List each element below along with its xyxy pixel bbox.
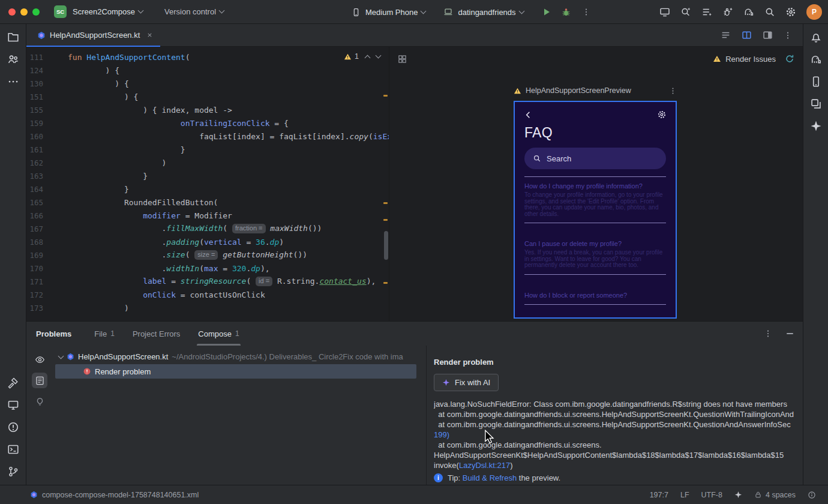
preview-options-kebab-icon[interactable]: [669, 87, 677, 95]
device-mirror-icon[interactable]: [659, 7, 670, 17]
more-tool-windows-icon[interactable]: [7, 76, 19, 88]
preview-device-frame[interactable]: FAQ Search How do I change my profile in…: [514, 101, 677, 319]
warning-stripe-mark[interactable]: [383, 282, 388, 284]
design-view-icon[interactable]: [763, 30, 773, 40]
line-separator[interactable]: LF: [680, 491, 689, 499]
ai-status-sparkle-icon[interactable]: [734, 491, 742, 499]
line-number[interactable]: 169: [26, 251, 43, 260]
file-encoding[interactable]: UTF-8: [701, 491, 722, 499]
render-issues-widget[interactable]: Render Issues: [713, 54, 794, 64]
code-line[interactable]: 162): [26, 156, 389, 169]
line-number[interactable]: 159: [26, 119, 43, 128]
line-number[interactable]: 165: [26, 198, 43, 207]
status-info-icon[interactable]: [808, 491, 816, 499]
project-selector[interactable]: Screen2Compose: [73, 7, 143, 16]
line-number[interactable]: 151: [26, 92, 43, 101]
maximize-window-button[interactable]: [32, 8, 40, 16]
settings-gear-icon[interactable]: [785, 7, 796, 17]
version-control-icon[interactable]: [7, 466, 19, 478]
build-icon[interactable]: [7, 377, 19, 389]
line-number[interactable]: 124: [26, 66, 43, 75]
warnings-indicator[interactable]: 1: [344, 52, 359, 61]
line-number[interactable]: 161: [26, 145, 43, 154]
quickfix-bulb-icon[interactable]: [32, 394, 47, 409]
ai-bug-icon[interactable]: [722, 7, 733, 17]
build-refresh-link[interactable]: Build & Refresh: [463, 473, 517, 482]
code-line[interactable]: 173): [26, 301, 389, 314]
debug-button[interactable]: [561, 7, 571, 17]
code-line[interactable]: 160faqList[index] = faqList[index].copy(…: [26, 130, 389, 143]
minimize-window-button[interactable]: [20, 8, 28, 16]
gradle-sync-icon[interactable]: [743, 7, 754, 17]
code-lines[interactable]: 111fun HelpAndSupportContent(124) {130) …: [26, 47, 389, 321]
close-tab-icon[interactable]: [146, 32, 153, 38]
caret-position[interactable]: 197:7: [650, 491, 668, 499]
code-editor[interactable]: 1 111fun HelpAndSupportContent(124) {130…: [26, 47, 389, 321]
warning-stripe-mark[interactable]: [383, 219, 388, 221]
ai-tasks-icon[interactable]: [701, 7, 712, 17]
tab-options-kebab-icon[interactable]: [784, 31, 792, 40]
code-line[interactable]: 172onClick = contactUsOnClick: [26, 288, 389, 301]
line-number[interactable]: 167: [26, 224, 43, 233]
tab-file[interactable]: File 1: [94, 322, 115, 346]
code-line[interactable]: 169.size( size = getButtonHeight()): [26, 248, 389, 262]
run-config-selector[interactable]: datingandfriends: [458, 8, 523, 17]
code-line[interactable]: 124) {: [26, 64, 389, 77]
line-number[interactable]: 162: [26, 158, 43, 167]
editor-tab[interactable]: HelpAndSupportScreen.kt: [26, 24, 160, 47]
line-number[interactable]: 171: [26, 277, 43, 286]
line-number[interactable]: 155: [26, 106, 43, 115]
code-line[interactable]: 171label = stringResource( id = R.string…: [26, 275, 389, 288]
code-line[interactable]: 151) {: [26, 90, 389, 103]
pull-requests-icon[interactable]: [7, 53, 19, 65]
problems-icon[interactable]: [7, 421, 19, 433]
split-view-icon[interactable]: [742, 30, 752, 40]
ai-search-icon[interactable]: [680, 7, 691, 17]
editor-scrollbar-thumb[interactable]: [384, 231, 388, 260]
code-line[interactable]: 164}: [26, 182, 389, 196]
line-number[interactable]: 130: [26, 79, 43, 88]
code-line[interactable]: 159onTrailingIconClick = {: [26, 116, 389, 130]
refresh-preview-icon[interactable]: [785, 54, 794, 64]
indent-widget[interactable]: 4 spaces: [754, 491, 796, 499]
search-icon[interactable]: [764, 7, 775, 17]
tree-file-row[interactable]: HelpAndSupportScreen.kt ~/AndroidStudioP…: [53, 349, 426, 364]
notifications-bell-icon[interactable]: [810, 31, 822, 43]
line-number[interactable]: 164: [26, 185, 43, 194]
running-devices-icon[interactable]: [7, 399, 19, 411]
warning-stripe-mark[interactable]: [383, 202, 388, 204]
line-number[interactable]: 160: [26, 132, 43, 141]
preview-layout-grid-icon[interactable]: [398, 55, 407, 64]
tree-issue-row[interactable]: Render problem: [55, 364, 416, 379]
tab-compose[interactable]: Compose 1: [198, 322, 239, 346]
line-number[interactable]: 172: [26, 290, 43, 299]
panel-options-kebab-icon[interactable]: [764, 329, 772, 338]
code-line[interactable]: 167.fillMaxWidth( fraction = maxWidth()): [26, 222, 389, 235]
line-number[interactable]: 168: [26, 238, 43, 247]
code-line[interactable]: 166modifier = Modifier: [26, 209, 389, 222]
gradle-icon[interactable]: [810, 53, 822, 65]
tab-project-errors[interactable]: Project Errors: [133, 322, 180, 346]
next-issue-icon[interactable]: [376, 52, 382, 58]
line-number[interactable]: 163: [26, 172, 43, 181]
code-view-icon[interactable]: [721, 30, 731, 40]
hide-panel-icon[interactable]: [787, 333, 793, 334]
line-number[interactable]: 173: [26, 304, 43, 313]
project-folder-icon[interactable]: [7, 31, 19, 43]
details-pane-icon[interactable]: [32, 373, 47, 388]
preview-title-row[interactable]: HelpAndSupportScreenPreview: [514, 86, 677, 95]
device-manager-icon[interactable]: [810, 76, 822, 88]
user-avatar[interactable]: P: [806, 4, 822, 20]
gemini-ai-icon[interactable]: [810, 120, 822, 132]
more-actions-kebab-icon[interactable]: [582, 8, 590, 16]
previous-issue-icon[interactable]: [365, 55, 371, 61]
code-line[interactable]: 130) {: [26, 77, 389, 90]
line-number[interactable]: 111: [26, 53, 43, 62]
terminal-icon[interactable]: [7, 443, 19, 455]
vcs-widget[interactable]: Version control: [164, 7, 224, 16]
fix-with-ai-button[interactable]: Fix with AI: [434, 374, 499, 391]
app-inspection-icon[interactable]: [810, 98, 822, 110]
code-line[interactable]: 161}: [26, 143, 389, 156]
stack-trace-link[interactable]: LazyDsl.kt:217: [459, 461, 510, 470]
code-line[interactable]: 111fun HelpAndSupportContent(: [26, 50, 389, 64]
